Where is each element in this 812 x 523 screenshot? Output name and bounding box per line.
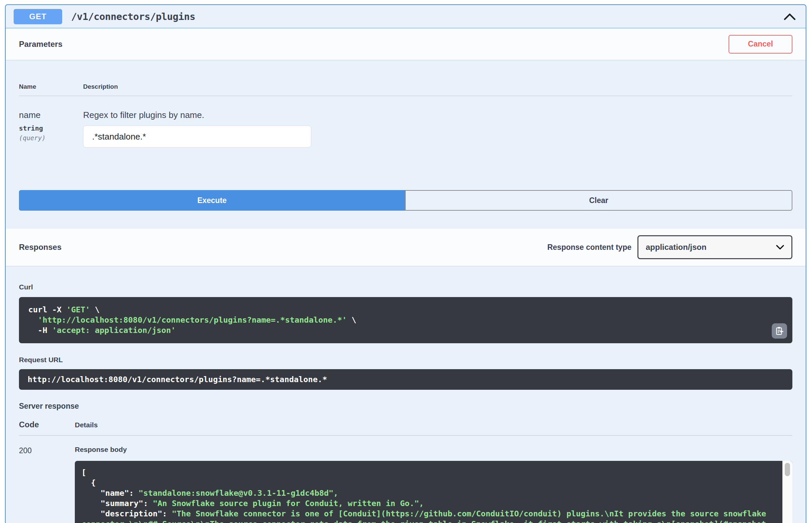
live-responses: Curl curl -X 'GET' \ 'http://localhost:8… xyxy=(6,266,806,523)
copy-to-clipboard-button[interactable] xyxy=(772,323,787,339)
name-param-input[interactable] xyxy=(83,126,311,147)
curl-command-text: curl -X 'GET' \ 'http://localhost:8080/v… xyxy=(28,305,783,336)
param-location: (query) xyxy=(19,134,83,142)
response-body-block: [ { "name": "standalone:snowflake@v0.3.1… xyxy=(75,461,792,523)
operation-summary-bar[interactable]: GET /v1/connectors/plugins xyxy=(6,5,806,28)
chevron-down-icon xyxy=(776,245,784,250)
curl-command-block: curl -X 'GET' \ 'http://localhost:8080/v… xyxy=(19,297,792,343)
param-type: string xyxy=(19,124,83,132)
chevron-up-icon xyxy=(784,13,796,20)
content-type-label: Response content type xyxy=(547,243,632,252)
cancel-button[interactable]: Cancel xyxy=(728,35,792,54)
param-description: Regex to filter plugins by name. xyxy=(83,110,311,120)
clear-button[interactable]: Clear xyxy=(405,190,792,211)
endpoint-path: /v1/connectors/plugins xyxy=(71,11,195,22)
status-code: 200 xyxy=(19,446,75,523)
request-url-label: Request URL xyxy=(19,356,792,364)
request-url-value: http://localhost:8080/v1/connectors/plug… xyxy=(28,375,327,385)
server-response-row: 200 Response body [ { "name": "standalon… xyxy=(19,446,792,523)
execute-button[interactable]: Execute xyxy=(19,190,405,211)
scrollbar-thumb[interactable] xyxy=(785,463,790,476)
server-response-header-row: Code Details xyxy=(19,420,792,429)
response-body-text: [ { "name": "standalone:snowflake@v0.3.1… xyxy=(82,468,774,523)
response-body-label: Response body xyxy=(75,446,792,454)
server-response-divider xyxy=(19,435,792,436)
code-column-header: Code xyxy=(19,420,75,429)
details-column-header: Details xyxy=(75,421,98,429)
content-type-value: application/json xyxy=(646,242,707,252)
clipboard-icon xyxy=(775,326,784,336)
parameter-row-name: name string (query) Regex to filter plug… xyxy=(19,110,792,147)
execute-row: Execute Clear xyxy=(19,190,792,211)
content-type-select[interactable]: application/json xyxy=(637,235,792,259)
description-column-header: Description xyxy=(83,83,118,90)
server-response-title: Server response xyxy=(19,402,792,411)
parameters-section-header: Parameters Cancel xyxy=(6,28,806,60)
responses-section-header: Responses Response content type applicat… xyxy=(6,229,806,266)
parameters-title: Parameters xyxy=(19,39,63,49)
parameters-body: Name Description name string (query) Reg… xyxy=(6,60,806,211)
http-method-badge: GET xyxy=(14,9,62,24)
request-url-block: http://localhost:8080/v1/connectors/plug… xyxy=(19,369,792,390)
param-name: name xyxy=(19,110,83,120)
curl-label: Curl xyxy=(19,283,792,291)
parameters-table-header-row: Name Description xyxy=(19,83,792,90)
table-header-divider xyxy=(19,96,792,96)
collapse-button[interactable] xyxy=(782,11,798,22)
response-body-scrollbar[interactable] xyxy=(782,461,792,523)
operation-panel-get: GET /v1/connectors/plugins Parameters Ca… xyxy=(5,4,806,523)
responses-title: Responses xyxy=(19,242,61,252)
name-column-header: Name xyxy=(19,83,83,90)
